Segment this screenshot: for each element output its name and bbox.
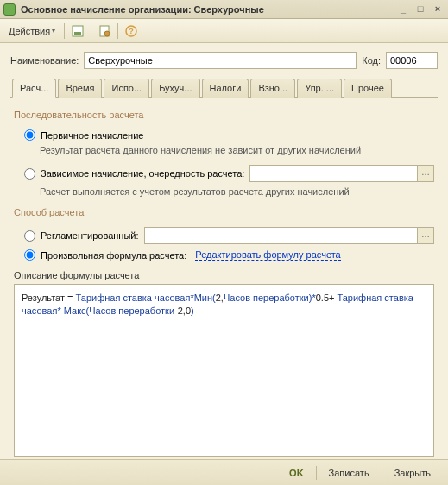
regulated-select-button[interactable]: … [417, 227, 434, 244]
caret-down-icon: ▾ [52, 27, 55, 35]
footer: OK Записать Закрыть [0, 459, 448, 485]
separator [117, 23, 118, 39]
formula-box: Результат = Тарифная ставка часовая*Мин(… [14, 284, 434, 457]
dependent-hint: Расчет выполняется с учетом результатов … [14, 185, 434, 204]
close-window-button[interactable]: × [431, 3, 445, 16]
separator [316, 466, 317, 480]
code-label: Код: [362, 55, 381, 66]
primary-hint: Результат расчета данного начисления не … [14, 143, 434, 162]
tab-calc[interactable]: Расч... [12, 79, 56, 98]
code-input[interactable] [386, 52, 438, 69]
name-label: Наименование: [10, 55, 79, 66]
regulated-input[interactable] [144, 227, 417, 244]
formula-text: Тарифная ставка часовая*Мин( [76, 293, 216, 303]
save-button[interactable]: Записать [320, 465, 378, 481]
app-icon [3, 3, 16, 16]
custom-label: Произвольная формула расчета: [41, 250, 186, 261]
sequence-title: Последовательность расчета [14, 110, 434, 120]
formula-text: ) [191, 305, 194, 316]
tab-time[interactable]: Время [58, 79, 102, 98]
dependent-label: Зависимое начисление, очередность расчет… [41, 168, 244, 179]
formula-text: Часов переработки)* [224, 293, 316, 303]
tab-mgmt[interactable]: Упр. ... [297, 79, 342, 98]
primary-radio[interactable] [24, 129, 35, 141]
dependent-order-input[interactable] [249, 165, 417, 182]
tab-bar: Расч... Время Испо... Бухуч... Налоги Вз… [10, 78, 438, 98]
document-icon[interactable] [97, 23, 112, 39]
help-icon[interactable]: ? [123, 23, 139, 39]
formula-text: 0.5+ [316, 293, 338, 303]
close-button[interactable]: Закрыть [386, 465, 439, 481]
actions-menu[interactable]: Действия ▾ [5, 24, 59, 38]
method-title: Способ расчета [14, 207, 434, 217]
tab-use[interactable]: Испо... [104, 79, 149, 98]
formula-text: 2, [216, 293, 224, 303]
dependent-radio[interactable] [24, 168, 35, 180]
svg-point-3 [104, 31, 110, 36]
primary-label: Первичное начисление [41, 130, 143, 141]
dependent-select-button[interactable]: … [417, 165, 434, 182]
name-input[interactable] [84, 52, 357, 69]
svg-text:?: ? [129, 27, 134, 35]
regulated-label: Регламентированный: [41, 230, 139, 241]
formula-desc-title: Описание формулы расчета [14, 270, 434, 280]
tab-accounting[interactable]: Бухуч... [151, 79, 199, 98]
regulated-radio[interactable] [24, 230, 35, 242]
tab-contrib[interactable]: Взно... [250, 79, 295, 98]
formula-text: Результат = [22, 293, 76, 303]
separator [91, 23, 91, 39]
edit-formula-link[interactable]: Редактировать формулу расчета [195, 249, 340, 261]
minimize-button[interactable]: _ [396, 3, 410, 16]
formula-text: 2,0 [178, 305, 191, 316]
tab-other[interactable]: Прочее [344, 79, 392, 98]
tab-taxes[interactable]: Налоги [202, 79, 249, 98]
tab-content: Последовательность расчета Первичное нач… [10, 98, 438, 460]
actions-label: Действия [9, 26, 50, 36]
toolbar: Действия ▾ ? [0, 19, 448, 43]
maximize-button[interactable]: □ [413, 3, 427, 16]
custom-radio[interactable] [24, 249, 35, 261]
separator [64, 23, 65, 39]
title-bar: Основное начисление организации: Сверхур… [0, 0, 448, 19]
separator [382, 466, 382, 480]
window-title: Основное начисление организации: Сверхур… [21, 4, 396, 15]
save-icon[interactable] [70, 23, 85, 39]
ok-button[interactable]: OK [281, 465, 312, 481]
svg-rect-1 [74, 32, 81, 35]
